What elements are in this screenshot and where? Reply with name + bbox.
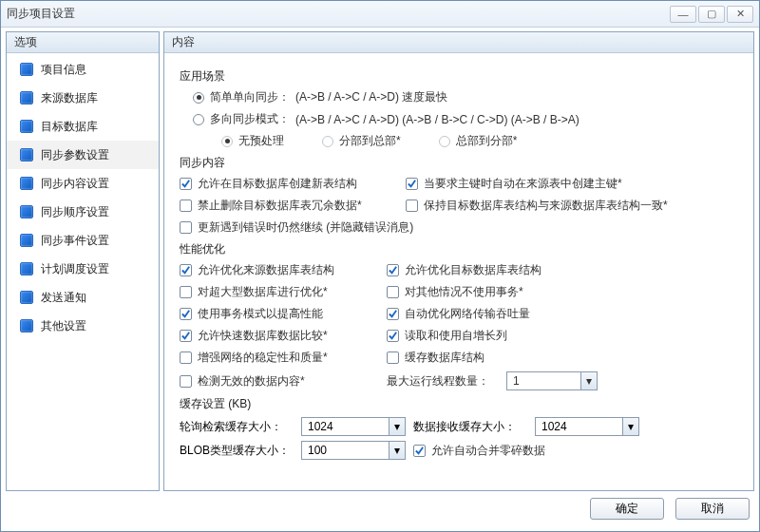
sidebar-item-other[interactable]: 其他设置	[7, 312, 159, 340]
check-label: 允许快速数据库数据比较*	[198, 328, 328, 344]
max-threads-label: 最大运行线程数量：	[387, 373, 489, 390]
poll-cache-combo[interactable]: 1024▾	[301, 417, 406, 436]
check-label: 自动优化网络传输吞吐量	[405, 306, 530, 322]
check-label: 当要求主键时自动在来源表中创建主键*	[424, 176, 622, 192]
folder-icon	[20, 291, 33, 304]
sidebar-item-label: 同步内容设置	[41, 176, 109, 192]
check-continue-on-error[interactable]: 更新遇到错误时仍然继续 (并隐藏错误消息)	[180, 219, 653, 236]
check-detect-invalid[interactable]: 检测无效的数据内容*	[180, 371, 370, 390]
check-label: 允许优化来源数据库表结构	[198, 262, 334, 278]
max-threads-combo[interactable]: 1 ▾	[506, 371, 598, 390]
sidebar-item-label: 同步顺序设置	[41, 204, 109, 220]
sidebar-header: 选项	[7, 32, 159, 53]
sidebar-item-label: 目标数据库	[41, 119, 98, 135]
close-button[interactable]: ✕	[727, 6, 753, 23]
checkbox-icon	[180, 330, 192, 342]
section-synccontent-title: 同步内容	[180, 155, 738, 171]
poll-cache-label: 轮询检索缓存大小：	[180, 419, 294, 435]
sidebar-panel: 选项 项目信息 来源数据库 目标数据库 同步参数设置 同步内容设置 同步顺序设置…	[6, 31, 160, 491]
sidebar-item-label: 其他设置	[41, 318, 86, 334]
button-label: 取消	[701, 501, 724, 517]
section-cache-title: 缓存设置 (KB)	[180, 396, 738, 412]
cache-row-1: 轮询检索缓存大小： 1024▾ 数据接收缓存大小： 1024▾	[180, 417, 738, 436]
checkbox-icon	[387, 330, 399, 342]
check-label: 对其他情况不使用事务*	[405, 284, 523, 300]
checkbox-icon	[387, 308, 399, 320]
sidebar-item-project-info[interactable]: 项目信息	[7, 55, 159, 84]
button-label: 确定	[616, 501, 638, 517]
check-no-txn-other[interactable]: 对其他情况不使用事务*	[387, 284, 634, 300]
checkbox-icon	[180, 200, 192, 212]
check-cache-schema[interactable]: 缓存数据库结构	[387, 350, 634, 366]
folder-icon	[20, 205, 33, 218]
check-opt-large-db[interactable]: 对超大型数据库进行优化*	[180, 284, 370, 300]
checkbox-icon	[180, 352, 192, 364]
check-fast-data-compare[interactable]: 允许快速数据库数据比较*	[180, 328, 370, 344]
cancel-button[interactable]: 取消	[675, 498, 750, 520]
sidebar-item-target-db[interactable]: 目标数据库	[7, 112, 159, 141]
sidebar-item-label: 发送通知	[41, 290, 86, 306]
section-scenario-title: 应用场景	[180, 68, 738, 85]
checkbox-icon	[180, 375, 192, 388]
recv-cache-combo[interactable]: 1024▾	[535, 417, 639, 436]
check-opt-source-schema[interactable]: 允许优化来源数据库表结构	[180, 262, 370, 278]
window-controls: — ▢ ✕	[670, 6, 753, 23]
maximize-button[interactable]: ▢	[698, 6, 725, 23]
blob-cache-combo[interactable]: 100▾	[301, 441, 406, 460]
chevron-down-icon: ▾	[389, 442, 405, 459]
radio-detail: (A->B / A->C / A->D) (A->B / B->C / C->D…	[295, 113, 580, 126]
sidebar-item-notify[interactable]: 发送通知	[7, 283, 159, 312]
sidebar-item-label: 项目信息	[41, 62, 86, 78]
check-label: 允许优化目标数据库表结构	[405, 262, 542, 278]
check-auto-merge-frag[interactable]: 允许自动合并零碎数据	[413, 443, 641, 459]
sidebar-item-sync-events[interactable]: 同步事件设置	[7, 226, 159, 255]
sidebar-item-schedule[interactable]: 计划调度设置	[7, 255, 159, 283]
radio-icon	[193, 92, 204, 104]
radio-icon	[439, 136, 450, 147]
chevron-down-icon: ▾	[622, 418, 638, 435]
ok-button[interactable]: 确定	[590, 498, 664, 520]
section-performance-title: 性能优化	[180, 241, 738, 257]
check-net-stability[interactable]: 增强网络的稳定性和质量*	[180, 350, 370, 366]
folder-icon	[20, 319, 33, 332]
checkbox-icon	[180, 264, 192, 276]
sub-radio-branch-to-hq: 分部到总部*	[322, 133, 401, 149]
radio-label: 多向同步模式：	[210, 111, 290, 127]
sidebar-item-sync-order[interactable]: 同步顺序设置	[7, 198, 159, 226]
sub-radio-noprep: 无预处理	[221, 133, 284, 149]
settings-window: 同步项目设置 — ▢ ✕ 选项 项目信息 来源数据库 目标数据库 同步参数设置 …	[0, 0, 760, 532]
radio-icon	[221, 136, 233, 147]
chevron-down-icon: ▾	[580, 372, 597, 390]
check-label: 增强网络的稳定性和质量*	[198, 350, 328, 366]
sidebar-item-source-db[interactable]: 来源数据库	[7, 84, 159, 112]
combo-value: 1	[507, 374, 580, 388]
minimize-button[interactable]: —	[670, 6, 696, 23]
check-autocreate-pk[interactable]: 当要求主键时自动在来源表中创建主键*	[406, 176, 653, 192]
check-opt-target-schema[interactable]: 允许优化目标数据库表结构	[387, 262, 634, 278]
checkbox-icon	[406, 178, 418, 190]
sidebar-item-sync-content[interactable]: 同步内容设置	[7, 169, 159, 198]
checkbox-icon	[180, 178, 192, 190]
folder-icon	[20, 91, 33, 104]
folder-icon	[20, 177, 33, 190]
combo-value: 100	[302, 444, 389, 457]
titlebar: 同步项目设置 — ▢ ✕	[1, 1, 759, 28]
radio-simple-sync[interactable]: 简单单向同步： (A->B / A->C / A->D) 速度最快	[193, 89, 738, 105]
checkbox-icon	[180, 221, 192, 234]
sub-radio-label: 总部到分部*	[456, 133, 518, 149]
check-keep-schema-consistent[interactable]: 保持目标数据库表结构与来源数据库表结构一致*	[406, 198, 653, 214]
checkbox-icon	[387, 286, 399, 298]
checkbox-icon	[387, 352, 399, 364]
checkbox-icon	[387, 264, 399, 276]
check-no-delete-redundant[interactable]: 禁止删除目标数据库表冗余数据*	[180, 198, 389, 214]
sidebar-item-label: 同步事件设置	[41, 233, 109, 249]
check-use-txn-mode[interactable]: 使用事务模式以提高性能	[180, 306, 370, 322]
radio-icon	[322, 136, 333, 147]
check-read-autoincrement[interactable]: 读取和使用自增长列	[387, 328, 634, 344]
radio-multi-sync[interactable]: 多向同步模式： (A->B / A->C / A->D) (A->B / B->…	[193, 111, 738, 127]
check-create-target-schema[interactable]: 允许在目标数据库创建新表结构	[180, 176, 389, 192]
check-label: 读取和使用自增长列	[405, 328, 507, 344]
check-auto-net-throughput[interactable]: 自动优化网络传输吞吐量	[387, 306, 634, 322]
radio-detail: (A->B / A->C / A->D) 速度最快	[295, 89, 447, 105]
sidebar-item-sync-params[interactable]: 同步参数设置	[7, 141, 159, 169]
